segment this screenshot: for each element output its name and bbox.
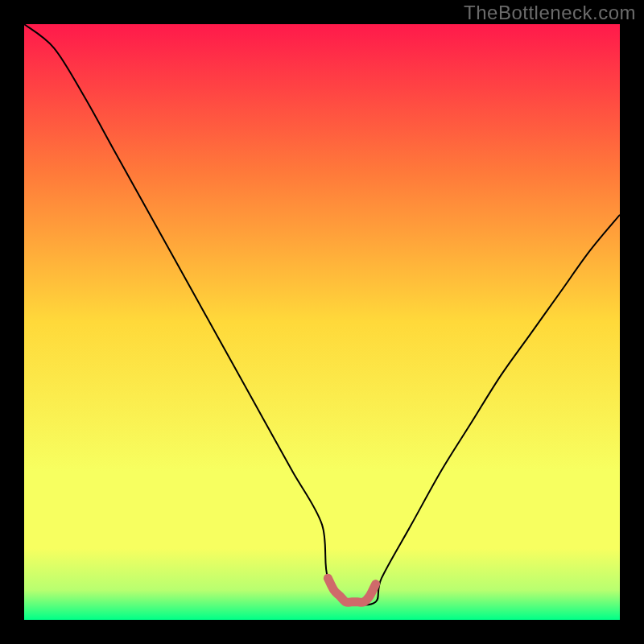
- watermark-text: TheBottleneck.com: [464, 2, 636, 24]
- gradient-background: [24, 24, 620, 620]
- bottleneck-chart: [24, 24, 620, 620]
- chart-frame: { "watermark": "TheBottleneck.com", "cha…: [0, 0, 644, 644]
